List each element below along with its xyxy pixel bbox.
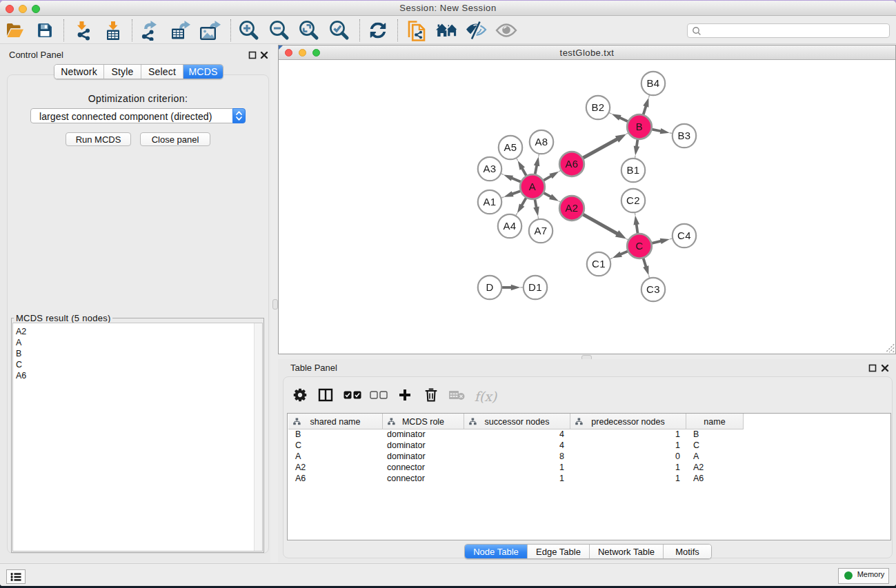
table-cell[interactable]: A6 (693, 473, 744, 484)
table-cell[interactable]: B (295, 429, 383, 440)
graph-edge[interactable] (643, 105, 646, 116)
tab-network-table[interactable]: Network Table (590, 545, 664, 558)
float-panel-icon[interactable] (248, 51, 257, 59)
mcds-result-item[interactable]: A2 (13, 326, 262, 337)
save-session-icon[interactable] (37, 22, 53, 39)
table-cell[interactable]: 4 (464, 429, 564, 440)
vertical-divider-grip[interactable] (272, 299, 278, 310)
tab-node-table[interactable]: Node Table (465, 545, 528, 558)
table-cell[interactable]: 8 (464, 451, 564, 462)
export-table-icon[interactable] (170, 20, 192, 41)
column-header-shared-name[interactable]: shared name (288, 414, 383, 429)
table-cell[interactable]: connector (387, 462, 464, 473)
graph-edge[interactable] (619, 117, 628, 122)
search-input[interactable] (702, 25, 889, 37)
table-cell[interactable]: A6 (295, 473, 383, 484)
table-cell[interactable]: 1 (570, 440, 680, 451)
tab-edge-table[interactable]: Edge Table (528, 545, 590, 558)
graph-edge[interactable] (636, 223, 637, 234)
float-panel-icon[interactable] (868, 364, 877, 372)
table-cell[interactable]: dominator (387, 440, 464, 451)
close-panel-icon[interactable] (260, 51, 268, 59)
export-network-icon[interactable] (140, 20, 162, 41)
graph-edge[interactable] (651, 241, 662, 243)
table-cell[interactable]: 0 (570, 451, 680, 462)
table-cell[interactable]: B (693, 429, 744, 440)
table-cell[interactable]: A2 (693, 462, 744, 473)
zoom-in-icon[interactable] (238, 19, 260, 41)
show-all-icon[interactable] (435, 21, 459, 40)
criterion-select[interactable]: largest connected component (directed) (30, 108, 246, 123)
graph-edge[interactable] (651, 129, 662, 131)
mcds-list-scrollbar[interactable] (254, 323, 262, 551)
table-cell[interactable]: A (295, 451, 383, 462)
clone-network-icon[interactable] (406, 19, 426, 41)
table-cell[interactable]: connector (387, 473, 464, 484)
show-selected-icon[interactable] (495, 23, 517, 38)
refresh-icon[interactable] (370, 22, 386, 38)
delete-row-icon[interactable] (425, 388, 437, 405)
mcds-result-list[interactable]: A2ABCA6 (12, 323, 263, 551)
table-cell[interactable]: A (693, 451, 744, 462)
show-panels-button[interactable] (6, 569, 26, 584)
table-cell[interactable]: C (295, 440, 383, 451)
tab-mcds[interactable]: MCDS (183, 65, 223, 79)
window-resize-grip[interactable] (884, 342, 895, 353)
tab-motifs[interactable]: Motifs (664, 545, 711, 558)
table-cell[interactable]: A2 (295, 462, 383, 473)
graph-edge[interactable] (511, 191, 521, 194)
table-cell[interactable]: 1 (464, 473, 564, 484)
table-cell[interactable]: C (693, 440, 744, 451)
add-row-icon[interactable] (399, 389, 411, 404)
column-settings-icon[interactable] (294, 389, 307, 405)
graph-edge[interactable] (511, 178, 522, 183)
graph-edge[interactable] (535, 165, 537, 176)
select-all-checkboxes-icon[interactable] (344, 390, 361, 403)
graph-edge[interactable] (619, 251, 628, 255)
run-mcds-button[interactable]: Run MCDS (66, 132, 131, 146)
graph-edge[interactable] (582, 139, 618, 159)
export-image-icon[interactable] (199, 20, 222, 41)
close-panel-icon[interactable] (881, 364, 889, 372)
tab-style[interactable]: Style (104, 65, 141, 79)
graph-edge[interactable] (521, 197, 527, 206)
table-cell[interactable]: 1 (570, 462, 680, 473)
mcds-result-item[interactable]: B (13, 348, 262, 359)
mcds-result-item[interactable]: C (13, 359, 262, 370)
graph-edge[interactable] (521, 168, 526, 176)
graph-edge[interactable] (582, 214, 618, 234)
column-header-predecessor-nodes[interactable]: predecessor nodes (570, 414, 686, 429)
table-cell[interactable]: dominator (387, 451, 464, 462)
split-columns-icon[interactable] (318, 388, 333, 405)
import-table-icon[interactable] (103, 20, 123, 41)
table-cell[interactable]: 4 (464, 440, 564, 451)
memory-button[interactable]: Memory (838, 568, 889, 584)
column-header-MCDS-role[interactable]: MCDS role (383, 414, 464, 429)
table-cell[interactable]: 1 (570, 473, 680, 484)
table-cell[interactable]: 1 (570, 429, 680, 440)
close-panel-button[interactable]: Close panel (140, 132, 210, 146)
network-window-titlebar[interactable]: testGlobe.txt (279, 45, 895, 60)
network-graph-canvas[interactable]: AA1A2A3A4A5A6A7A8BB1B2B3B4CC1C2C3C4DD1 (279, 60, 895, 354)
function-builder-icon[interactable]: f(x) (475, 389, 497, 404)
tab-network[interactable]: Network (54, 65, 104, 79)
graph-edge[interactable] (543, 192, 552, 197)
table-cell[interactable]: dominator (387, 429, 464, 440)
tab-select[interactable]: Select (141, 65, 183, 79)
graph-edge[interactable] (643, 257, 646, 267)
delete-table-icon[interactable] (448, 389, 465, 403)
graph-edge[interactable] (535, 199, 537, 208)
deselect-all-checkboxes-icon[interactable] (370, 390, 388, 403)
zoom-out-icon[interactable] (268, 19, 290, 41)
mcds-result-item[interactable]: A6 (13, 370, 262, 381)
import-network-icon[interactable] (72, 20, 93, 41)
zoom-fit-icon[interactable] (298, 19, 320, 41)
mcds-result-item[interactable]: A (13, 337, 262, 348)
column-header-name[interactable]: name (686, 414, 744, 429)
hide-selected-icon[interactable] (465, 20, 487, 41)
node-table[interactable]: shared nameMCDS rolesuccessor nodesprede… (287, 413, 891, 540)
graph-edge[interactable] (543, 176, 552, 181)
zoom-selected-icon[interactable] (328, 19, 350, 41)
column-header-successor-nodes[interactable]: successor nodes (464, 414, 570, 429)
open-file-icon[interactable] (6, 22, 25, 39)
